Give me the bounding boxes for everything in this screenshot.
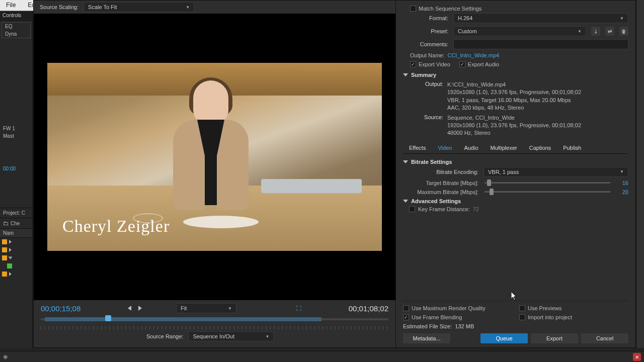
frame-blending-checkbox[interactable]: Use Frame Blending (403, 314, 512, 320)
disclosure-icon[interactable] (9, 248, 12, 252)
comments-input[interactable] (453, 39, 628, 49)
match-sequence-checkbox[interactable]: Match Sequence Settings (410, 6, 628, 12)
max-render-quality-checkbox[interactable]: Use Maximum Render Quality (403, 305, 512, 311)
bin-color-swatch (7, 263, 12, 268)
chevron-down-icon: ▼ (620, 169, 624, 174)
preset-dropdown[interactable]: Custom▼ (453, 26, 586, 36)
effect-controls-tab[interactable]: Controls (0, 11, 32, 21)
project-search-row: 🗀 Che (0, 218, 32, 229)
source-scaling-label: Source Scaling: (40, 4, 78, 10)
folder-icon[interactable]: 🗀 (3, 220, 9, 226)
summary-output-label: Output: (403, 81, 447, 112)
disclosure-down-icon (403, 200, 408, 203)
export-button[interactable]: Export (531, 333, 578, 343)
source-range-dropdown[interactable]: Sequence In/Out▼ (188, 331, 274, 341)
source-scaling-dropdown[interactable]: Scale To Fit▼ (84, 2, 194, 12)
disclosure-down-icon (403, 160, 408, 163)
summary-source-label: Source: (403, 114, 447, 137)
preview-controls: 00;00;15;08 Fit▼ ⛶ 00;01;08;02 Source (34, 300, 395, 347)
summary-section-header[interactable]: Summary (403, 72, 628, 78)
zoom-fit-dropdown[interactable]: Fit▼ (176, 303, 236, 313)
preview-toolbar: Source Scaling: Scale To Fit▼ (34, 1, 395, 14)
creative-cloud-icon[interactable]: ◉ (3, 353, 8, 360)
current-timecode[interactable]: 00;00;15;08 (41, 304, 80, 313)
timeline-scrubber[interactable] (41, 315, 388, 331)
bin-color-swatch (2, 239, 7, 244)
bitrate-encoding-dropdown[interactable]: VBR, 1 pass▼ (484, 167, 628, 177)
target-bitrate-value[interactable]: 16 (616, 180, 628, 186)
tab-effects[interactable]: Effects (403, 142, 432, 153)
keyframe-distance-checkbox[interactable] (409, 206, 415, 212)
disclosure-down-icon (403, 73, 408, 76)
save-preset-icon[interactable]: ⤓ (591, 27, 600, 36)
lower-third-text: Cheryl Zeigler (62, 217, 170, 236)
bin-row-5[interactable] (0, 270, 32, 278)
effect-fw[interactable]: FW 1 (0, 125, 32, 132)
bin-row-1[interactable] (0, 238, 32, 246)
tab-audio[interactable]: Audio (458, 142, 484, 153)
summary-output-text: K:\CCI_Intro_Wide.mp4 1920x1080 (1.0), 2… (447, 81, 628, 112)
project-search-input[interactable]: Che (11, 221, 20, 226)
effect-master[interactable]: Mast (0, 132, 32, 140)
export-settings-dialog: Source Scaling: Scale To Fit▼ (33, 0, 636, 348)
video-preview-area: Cheryl Zeigler (34, 14, 395, 300)
disclosure-icon[interactable] (9, 272, 12, 276)
export-video-checkbox[interactable]: Export Video (410, 61, 450, 67)
import-into-project-checkbox[interactable]: Import into project (519, 314, 628, 320)
preset-label: Preset: (403, 28, 448, 34)
output-name-label: Output Name: (410, 52, 444, 58)
play-icon[interactable] (138, 306, 142, 311)
keyframe-distance-value: 72 (473, 206, 479, 212)
metadata-button[interactable]: Metadata... (403, 333, 450, 343)
bin-row-4[interactable] (0, 262, 32, 270)
preview-pane: Source Scaling: Scale To Fit▼ (34, 1, 396, 347)
effect-eq[interactable]: EQ (2, 23, 30, 30)
bin-row-3[interactable] (0, 254, 32, 262)
bitrate-encoding-label: Bitrate Encoding: (408, 169, 478, 175)
right-edge-strip (636, 0, 644, 348)
max-bitrate-label: Maximum Bitrate [Mbps]: (403, 189, 478, 195)
import-preset-icon[interactable]: ⇄ (605, 27, 614, 36)
export-audio-checkbox[interactable]: Export Audio (459, 61, 499, 67)
comments-label: Comments: (403, 41, 448, 47)
export-settings-pane: Match Sequence Settings Format: H.264▼ P… (396, 1, 635, 347)
chevron-down-icon: ▼ (228, 306, 232, 311)
disclosure-icon[interactable] (9, 257, 13, 259)
cancel-button[interactable]: Cancel (581, 333, 628, 343)
bin-color-swatch (2, 255, 7, 260)
keyframe-distance-label: Key Frame Distance: (418, 206, 470, 212)
use-previews-checkbox[interactable]: Use Previews (519, 305, 628, 311)
advanced-section-header[interactable]: Advanced Settings (403, 198, 628, 204)
in-out-range[interactable] (45, 317, 321, 321)
project-column-name[interactable]: Nam (0, 229, 32, 238)
tab-multiplexer[interactable]: Multiplexer (485, 142, 523, 153)
max-bitrate-value[interactable]: 20 (616, 189, 628, 195)
video-preview-frame[interactable]: Cheryl Zeigler (47, 63, 382, 251)
chevron-down-icon: ▼ (578, 29, 582, 34)
project-panel: Project: C 🗀 Che Nam (0, 208, 32, 278)
bin-color-swatch (2, 247, 7, 252)
bin-row-2[interactable] (0, 246, 32, 254)
effect-timecode: 00:00 (0, 164, 32, 173)
playhead[interactable] (105, 315, 111, 321)
bitrate-section-header[interactable]: Bitrate Settings (403, 159, 628, 165)
duration-timecode: 00;01;08;02 (349, 304, 388, 313)
estimated-file-size: Estimated File Size: 132 MB (403, 323, 628, 329)
delete-preset-icon[interactable]: 🗑 (619, 27, 628, 36)
target-bitrate-label: Target Bitrate [Mbps]: (403, 180, 478, 186)
format-dropdown[interactable]: H.264▼ (453, 13, 628, 23)
tab-video[interactable]: Video (432, 142, 458, 153)
disclosure-icon[interactable] (9, 240, 12, 244)
max-bitrate-slider[interactable] (485, 191, 610, 193)
crop-icon[interactable]: ⛶ (296, 305, 301, 311)
queue-button[interactable]: Queue (480, 333, 528, 343)
output-name-link[interactable]: CCI_Intro_Wide.mp4 (447, 52, 499, 58)
target-bitrate-slider[interactable] (485, 182, 610, 184)
tab-captions[interactable]: Captions (523, 142, 557, 153)
effect-dynamics[interactable]: Dyna (2, 30, 30, 38)
step-back-icon[interactable] (128, 306, 131, 311)
menu-file[interactable]: File (0, 0, 22, 11)
close-icon[interactable]: ✕ (633, 353, 641, 361)
tab-publish[interactable]: Publish (557, 142, 587, 153)
format-label: Format: (403, 15, 448, 21)
